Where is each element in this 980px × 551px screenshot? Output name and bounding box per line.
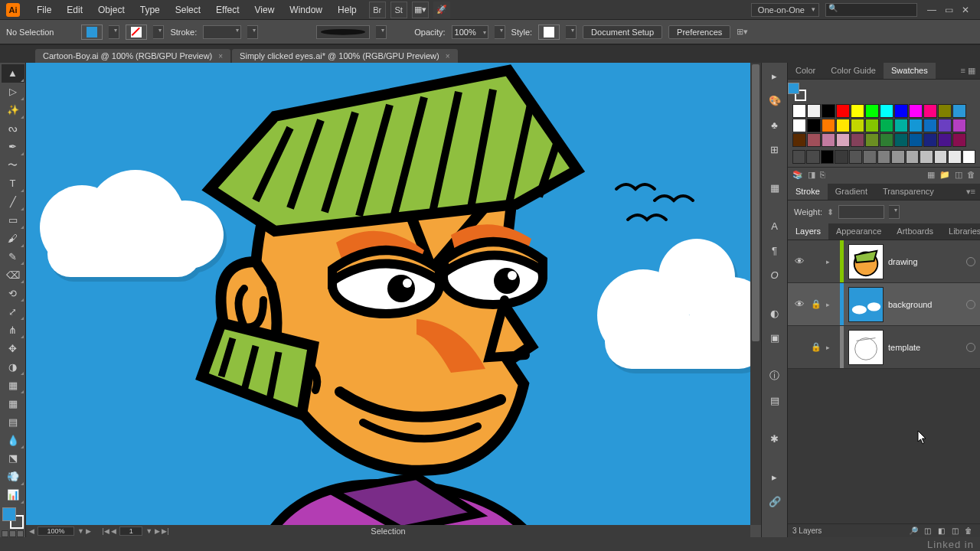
zoom-field[interactable]: 100% (38, 527, 74, 536)
opacity-field[interactable]: 100% (452, 25, 488, 39)
line-tool[interactable]: ╱ (2, 193, 24, 211)
blend-tool[interactable]: ⬔ (2, 449, 24, 468)
lasso-tool[interactable]: ᔓ (2, 119, 24, 138)
artboard-nav-field[interactable]: 1 (119, 527, 142, 536)
preferences-button[interactable]: Preferences (668, 25, 730, 39)
properties-panel-icon[interactable]: ▸ (766, 67, 783, 84)
new-swatch-icon[interactable]: ◫ (955, 170, 962, 180)
lock-toggle[interactable]: 🔒 (811, 299, 822, 309)
align-flyout-icon[interactable]: ⊞▾ (737, 27, 748, 37)
new-color-group-icon[interactable]: ▦ (927, 170, 935, 180)
swatch-chip[interactable] (938, 133, 952, 147)
swatch-chip[interactable] (948, 150, 961, 164)
pencil-tool[interactable]: ✎ (2, 248, 24, 266)
menu-type[interactable]: Type (132, 0, 168, 20)
artboard[interactable] (26, 63, 750, 525)
transform-panel-icon[interactable]: ⊞ (766, 141, 783, 158)
menu-edit[interactable]: Edit (59, 0, 90, 20)
para-panel-icon[interactable]: ¶ (766, 242, 783, 259)
workspace-switcher[interactable]: One-on-One (751, 3, 819, 17)
swatch-chip[interactable] (792, 104, 806, 118)
window-close[interactable]: ✕ (957, 5, 974, 15)
swatch-chip[interactable] (822, 133, 835, 147)
menu-view[interactable]: View (247, 0, 283, 20)
swatch-chip[interactable] (894, 104, 908, 118)
close-tab-icon[interactable]: × (446, 52, 450, 60)
stroke-weight-field[interactable] (203, 25, 241, 39)
width-tool[interactable]: ⋔ (2, 321, 24, 339)
navigator-panel-icon[interactable]: ▤ (766, 392, 783, 409)
swatch-chip[interactable] (891, 150, 904, 164)
direct-selection-tool[interactable]: ▷ (2, 83, 24, 101)
char-panel-icon[interactable]: A (766, 217, 783, 234)
rotate-tool[interactable]: ⟲ (2, 284, 24, 302)
stroke-swatch[interactable] (126, 24, 147, 40)
swatch-grid[interactable] (788, 101, 980, 150)
align-panel-icon[interactable]: ▦ (766, 179, 783, 196)
swatch-grayscale-row[interactable] (788, 150, 980, 167)
arrange-docs-icon[interactable]: ▦▾ (412, 2, 429, 18)
type-tool[interactable]: T (2, 174, 24, 193)
pen-tool[interactable]: ✒ (2, 138, 24, 156)
curvature-tool[interactable]: 〜 (2, 156, 24, 174)
layer-row[interactable]: 🔒 ▸ template (788, 326, 980, 369)
swatch-chip[interactable] (792, 119, 806, 132)
stock-icon[interactable]: St (390, 2, 407, 18)
asset-export-icon[interactable]: ✱ (766, 430, 783, 447)
scale-tool[interactable]: ⤢ (2, 302, 24, 321)
swatch-chip[interactable] (807, 133, 821, 147)
menu-window[interactable]: Window (282, 0, 330, 20)
opentype-panel-icon[interactable]: O (766, 266, 783, 283)
stroke-weight-panel-dropdown[interactable] (889, 205, 900, 219)
swatch-chip[interactable] (877, 150, 890, 164)
weight-stepper[interactable]: ⬍ (827, 207, 834, 217)
layer-target[interactable] (966, 300, 975, 309)
swatch-chip[interactable] (851, 119, 864, 132)
tab-color-guide[interactable]: Color Guide (823, 63, 884, 79)
swatch-chip[interactable] (880, 133, 893, 147)
swatch-chip[interactable] (934, 150, 947, 164)
opacity-dropdown[interactable] (495, 25, 505, 39)
swatch-chip[interactable] (923, 104, 937, 118)
swatch-chip[interactable] (836, 119, 850, 132)
locate-object-icon[interactable]: 🔎 (906, 527, 920, 535)
menu-file[interactable]: File (29, 0, 59, 20)
swatch-options-icon[interactable]: ⎘ (820, 170, 825, 180)
swatch-chip[interactable] (894, 133, 908, 147)
swatch-chip[interactable] (822, 104, 835, 118)
shape-builder-tool[interactable]: ◑ (2, 357, 24, 376)
rectangle-tool[interactable]: ▭ (2, 211, 24, 230)
doc-tab-2[interactable]: Simply clicked eyes.ai* @ 100% (RGB/GPU … (232, 49, 457, 63)
window-maximize[interactable]: ▭ (940, 5, 957, 15)
expand-toggle[interactable]: ▸ (826, 344, 835, 351)
graphic-style-dropdown[interactable] (566, 25, 577, 39)
menu-select[interactable]: Select (168, 0, 208, 20)
symbols-panel-icon[interactable]: ♣ (766, 116, 783, 133)
swatch-chip[interactable] (920, 150, 933, 164)
brush-profile-dropdown[interactable] (376, 25, 387, 39)
layer-name[interactable]: background (888, 300, 962, 309)
menu-help[interactable]: Help (330, 0, 364, 20)
swatch-chip[interactable] (792, 133, 806, 147)
swatch-chip[interactable] (807, 119, 821, 132)
swatches-view-icons[interactable]: ≡ ▦ (956, 63, 980, 79)
delete-layer-icon[interactable]: 🗑 (962, 527, 975, 535)
tab-stroke[interactable]: Stroke (788, 184, 828, 200)
new-sublayer-icon[interactable]: ◧ (934, 527, 948, 535)
eraser-tool[interactable]: ⌫ (2, 266, 24, 284)
new-folder-icon[interactable]: 📁 (939, 170, 950, 180)
layer-row[interactable]: 👁 ▸ drawing (788, 240, 980, 283)
doc-tab-1[interactable]: Cartoon-Boy.ai @ 100% (RGB/GPU Preview)× (35, 49, 230, 63)
swatch-chip[interactable] (865, 104, 879, 118)
new-layer-icon[interactable]: ◫ (948, 527, 962, 535)
swatches-fillstroke[interactable] (788, 83, 806, 101)
info-panel-icon[interactable]: ⓘ (766, 367, 783, 384)
tab-color[interactable]: Color (788, 63, 823, 79)
swatch-chip[interactable] (909, 119, 923, 132)
swatch-chip[interactable] (822, 119, 835, 132)
visibility-toggle[interactable]: 👁 (792, 298, 806, 310)
tab-appearance[interactable]: Appearance (828, 223, 889, 240)
vertical-scrollbar[interactable] (750, 63, 761, 525)
swatch-chip[interactable] (836, 104, 850, 118)
lock-toggle[interactable]: 🔒 (811, 342, 822, 352)
